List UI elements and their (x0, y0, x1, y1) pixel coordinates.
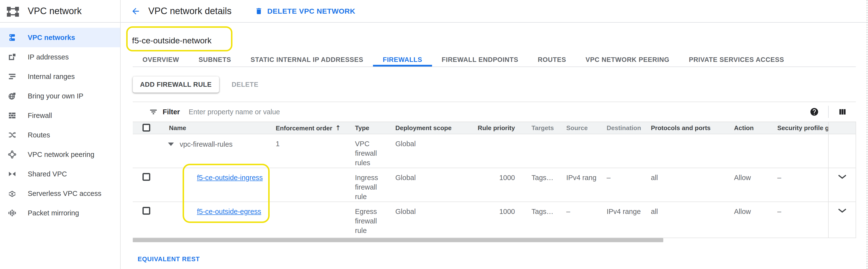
destination-cell: IPv4 range (601, 202, 646, 238)
column-header-security-profile-group[interactable]: Security profile grou (772, 122, 828, 134)
column-header-type[interactable]: Type (350, 122, 390, 134)
sidebar-item-serverless-vpc-access[interactable]: Serverless VPC access (0, 184, 120, 203)
toolbar-divider (828, 106, 829, 118)
tab-subnets[interactable]: SUBNETS (189, 53, 241, 66)
ip-addresses-icon (8, 53, 17, 61)
column-header-deployment-scope[interactable]: Deployment scope (390, 122, 454, 134)
sort-ascending-icon: ↑ (335, 124, 341, 132)
group-enforcement-order-cell: 1 (270, 134, 350, 168)
type-cell: Egress firewall rule (350, 202, 390, 238)
sidebar-item-packet-mirroring[interactable]: Packet mirroring (0, 203, 120, 223)
sidebar-item-label: Bring your own IP (28, 92, 83, 100)
column-header-rule-priority[interactable]: Rule priority (454, 122, 526, 134)
sidebar-item-label: Routes (28, 131, 50, 139)
page-title: VPC network details (148, 6, 231, 16)
tab-firewalls[interactable]: FIREWALLS (373, 53, 432, 66)
source-cell: – (561, 202, 601, 238)
security-profile-group-cell: – (772, 202, 828, 238)
column-header-destination[interactable]: Destination (601, 122, 646, 134)
equivalent-rest-link[interactable]: EQUIVALENT REST (137, 255, 200, 263)
deployment-scope-cell: Global (390, 168, 454, 202)
protocols-and-ports-cell: all (646, 202, 729, 238)
delete-vpc-network-button[interactable]: DELETE VPC NETWORK (255, 7, 355, 15)
sidebar-item-label: Serverless VPC access (28, 190, 101, 197)
vpc-network-details-page: VPC network VPC network details DELETE V… (0, 0, 868, 269)
column-header-protocols-and-ports[interactable]: Protocols and ports (646, 122, 729, 134)
vertical-scrollbar-track[interactable] (867, 0, 868, 269)
sidebar-item-routes[interactable]: Routes (0, 125, 120, 145)
sidebar-item-vpc-networks[interactable]: VPC networks (0, 28, 120, 47)
vpc-network-logo-icon (6, 5, 20, 18)
deployment-scope-cell: Global (390, 202, 454, 238)
tab-static-internal-ip-addresses[interactable]: STATIC INTERNAL IP ADDRESSES (241, 53, 373, 66)
action-cell: Allow (729, 168, 772, 202)
sidebar-item-ip-addresses[interactable]: IP addresses (0, 47, 120, 67)
add-firewall-rule-button[interactable]: ADD FIREWALL RULE (133, 77, 219, 92)
sidebar-item-shared-vpc[interactable]: Shared VPC (0, 164, 120, 184)
serverless-vpc-access-icon (8, 189, 17, 198)
targets-cell: Tags… (526, 168, 561, 202)
empty-cell (454, 134, 526, 168)
empty-cell (828, 134, 856, 168)
expand-row-cell (828, 168, 856, 202)
tab-routes[interactable]: ROUTES (528, 53, 576, 66)
column-display-options-icon[interactable] (838, 107, 847, 116)
collapse-group-arrow-icon[interactable] (168, 142, 174, 146)
column-header-targets[interactable]: Targets (526, 122, 561, 134)
horizontal-scrollbar-thumb[interactable] (133, 238, 663, 242)
packet-mirroring-icon (8, 209, 17, 217)
sidebar-item-label: Internal ranges (28, 73, 75, 81)
column-header-source[interactable]: Source (561, 122, 601, 134)
row-checkbox[interactable] (143, 207, 150, 215)
empty-cell (772, 134, 828, 168)
column-header-enforcement-order[interactable]: Enforcement order↑ (270, 122, 350, 134)
filter-input[interactable] (189, 108, 529, 116)
sidebar-item-vpc-network-peering[interactable]: VPC network peering (0, 145, 120, 164)
empty-cell (561, 134, 601, 168)
sidebar-item-internal-ranges[interactable]: Internal ranges (0, 67, 120, 86)
firewall-rules-table: Name Enforcement order↑ Type Deployment … (133, 122, 856, 238)
network-name-heading: f5-ce-outside-network (132, 36, 212, 45)
product-title: VPC network (28, 6, 82, 16)
filter-label: Filter (163, 108, 180, 116)
rule-name-cell: f5-ce-outside-egress (164, 202, 270, 238)
chevron-down-icon[interactable] (838, 174, 847, 179)
group-row-spacer-cell (133, 134, 164, 168)
shared-vpc-icon (8, 169, 17, 178)
sidebar-item-label: IP addresses (28, 53, 69, 61)
sidebar-item-label: Firewall (28, 112, 52, 119)
rule-link-egress[interactable]: f5-ce-outside-egress (197, 208, 261, 215)
table-row-ingress-rule: f5-ce-outside-ingress Ingress firewall r… (133, 168, 856, 202)
main-content: f5-ce-outside-network OVERVIEW SUBNETS S… (121, 23, 868, 269)
tab-vpc-network-peering[interactable]: VPC NETWORK PEERING (576, 53, 679, 66)
sidebar-item-label: VPC network peering (28, 151, 94, 159)
column-header-action[interactable]: Action (729, 122, 772, 134)
type-cell: Ingress firewall rule (350, 168, 390, 202)
tab-private-services-access[interactable]: PRIVATE SERVICES ACCESS (679, 53, 794, 66)
sidebar-item-bring-your-own-ip[interactable]: Bring your own IP (0, 86, 120, 106)
rule-link-ingress[interactable]: f5-ce-outside-ingress (197, 174, 263, 182)
delete-vpc-network-label: DELETE VPC NETWORK (267, 7, 355, 15)
firewall-rules-card: Filter (133, 102, 856, 238)
product-header: VPC network (0, 0, 121, 22)
table-header-row: Name Enforcement order↑ Type Deployment … (133, 122, 856, 134)
chevron-down-icon[interactable] (838, 208, 847, 213)
sidebar-item-firewall[interactable]: Firewall (0, 106, 120, 125)
vpc-networks-icon (8, 33, 17, 42)
filter-button[interactable]: Filter (149, 107, 180, 116)
bring-your-own-ip-icon (8, 91, 17, 100)
column-header-name[interactable]: Name (164, 122, 270, 134)
row-checkbox[interactable] (143, 173, 150, 181)
rule-name-cell: f5-ce-outside-ingress (164, 168, 270, 202)
internal-ranges-icon (8, 72, 17, 81)
row-checkbox-cell (133, 168, 164, 202)
tab-overview[interactable]: OVERVIEW (133, 53, 189, 66)
back-arrow-button[interactable] (131, 6, 141, 16)
select-all-checkbox[interactable] (143, 124, 150, 132)
expand-row-cell (828, 202, 856, 238)
help-icon[interactable] (810, 107, 819, 116)
rule-priority-cell: 1000 (454, 202, 526, 238)
enforcement-order-cell (270, 202, 350, 238)
table-row-egress-rule: f5-ce-outside-egress Egress firewall rul… (133, 202, 856, 238)
tab-firewall-endpoints[interactable]: FIREWALL ENDPOINTS (432, 53, 528, 66)
